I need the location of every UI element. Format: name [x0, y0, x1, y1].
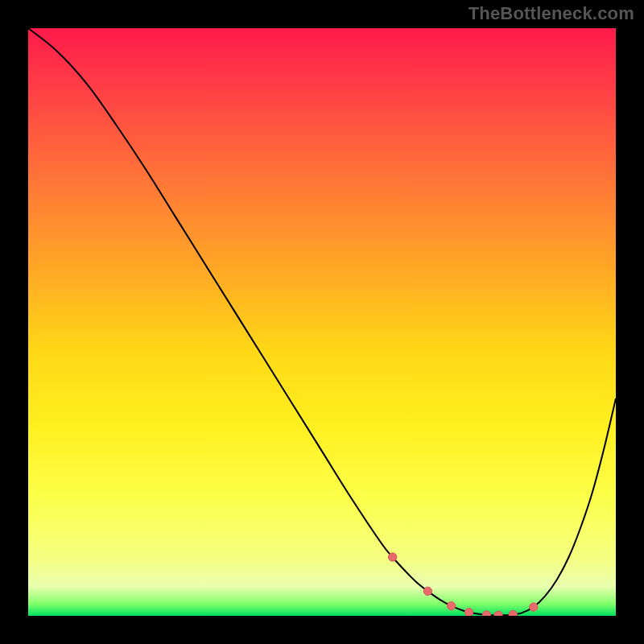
marker-dot	[509, 610, 517, 616]
marker-dot	[464, 608, 473, 616]
chart-container: TheBottleneck.com	[0, 0, 644, 644]
bottleneck-curve	[28, 28, 616, 615]
plot-area	[28, 28, 616, 616]
curve-overlay	[28, 28, 616, 616]
marker-dot	[423, 587, 431, 595]
watermark: TheBottleneck.com	[469, 3, 634, 24]
marker-dot	[447, 601, 455, 609]
marker-dot	[482, 611, 490, 616]
marker-group	[388, 553, 538, 616]
marker-dot	[494, 611, 502, 616]
marker-dot	[388, 553, 396, 561]
marker-dot	[530, 603, 538, 611]
